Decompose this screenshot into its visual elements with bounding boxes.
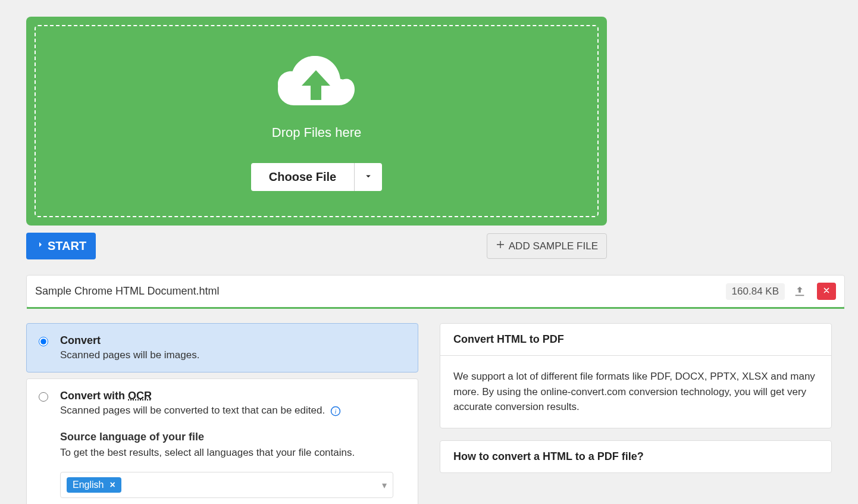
start-label: START (48, 239, 86, 253)
cloud-upload-icon (278, 56, 355, 115)
info-card-convert: Convert HTML to PDF We support a lot of … (440, 323, 832, 428)
info-card-convert-title: Convert HTML to PDF (440, 324, 831, 356)
source-language-desc: To get the best results, select all lang… (60, 447, 406, 459)
language-select[interactable]: English × ▾ (60, 472, 393, 498)
dropzone[interactable]: Drop Files here Choose File (26, 17, 607, 226)
caret-down-icon: ▾ (382, 480, 387, 491)
info-card-howto[interactable]: How to convert a HTML to a PDF file? (440, 440, 832, 473)
info-icon[interactable]: i (330, 406, 341, 417)
close-icon (822, 286, 831, 296)
file-size: 160.84 KB (726, 283, 785, 300)
info-card-convert-body: We support a lot of different file forma… (440, 356, 831, 428)
svg-text:i: i (334, 408, 336, 414)
option-convert-ocr[interactable]: Convert with OCR Scanned pages will be c… (26, 378, 418, 504)
language-tag-remove[interactable]: × (109, 480, 115, 490)
radio-convert-ocr[interactable] (39, 392, 48, 402)
remove-file-button[interactable] (817, 283, 836, 300)
add-sample-label: ADD SAMPLE FILE (509, 240, 598, 252)
option-convert-ocr-desc: Scanned pages will be converted to text … (60, 405, 406, 417)
choose-file-button[interactable]: Choose File (251, 163, 354, 191)
option-convert-desc: Scanned pages will be images. (60, 349, 406, 361)
toolbar: START ADD SAMPLE FILE (26, 233, 607, 259)
plus-icon (496, 240, 505, 252)
drop-text: Drop Files here (48, 125, 585, 140)
option-convert-ocr-title: Convert with OCR (60, 390, 406, 402)
file-name: Sample Chrome HTML Document.html (35, 285, 726, 298)
choose-file-dropdown[interactable] (354, 163, 382, 191)
start-button[interactable]: START (26, 233, 96, 259)
language-tag-label: English (73, 480, 104, 490)
chevron-right-icon (36, 239, 45, 253)
option-convert[interactable]: Convert Scanned pages will be images. (26, 323, 418, 372)
option-convert-title: Convert (60, 334, 406, 347)
radio-convert[interactable] (39, 337, 48, 346)
source-language-label: Source language of your file (60, 431, 406, 443)
dropzone-inner: Drop Files here Choose File (35, 25, 599, 217)
upload-icon (793, 285, 806, 298)
info-card-howto-title: How to convert a HTML to a PDF file? (440, 441, 831, 472)
choose-file-group: Choose File (251, 163, 382, 191)
chevron-down-icon (363, 171, 374, 184)
add-sample-file-button[interactable]: ADD SAMPLE FILE (487, 233, 607, 259)
language-tag: English × (67, 477, 121, 493)
file-row: Sample Chrome HTML Document.html 160.84 … (26, 275, 845, 308)
